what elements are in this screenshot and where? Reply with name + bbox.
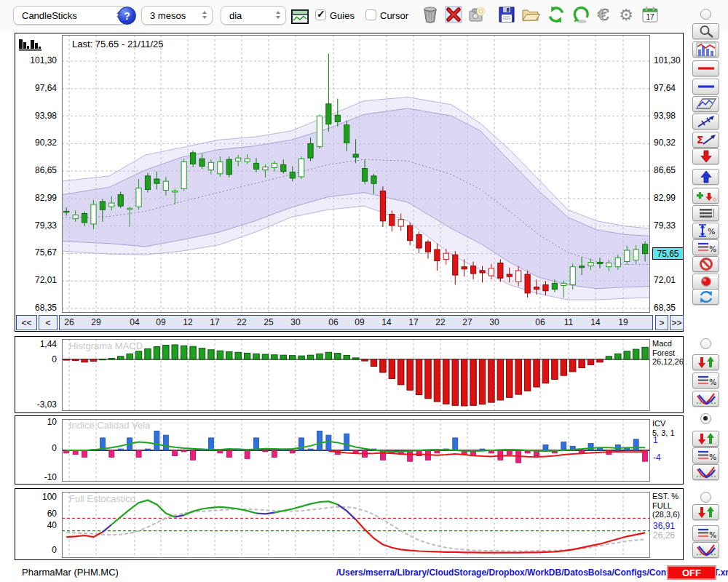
interval-select[interactable]: dia [221, 6, 286, 25]
refresh-button[interactable] [547, 5, 566, 24]
nav-date-label: 04 [127, 317, 143, 327]
macd-lines-percent-button[interactable]: % [692, 372, 719, 388]
nav-date-label: 09 [352, 317, 368, 327]
trend-line-tool-button[interactable] [692, 113, 719, 129]
snapshot-button[interactable] [467, 5, 486, 24]
nav-date-label: 06 [325, 317, 341, 327]
nav-first-button[interactable]: << [16, 315, 37, 330]
save-button[interactable] [497, 5, 516, 24]
indicator-chart-tool-button[interactable] [692, 41, 719, 57]
sidebar-top-radio[interactable] [700, 9, 711, 20]
price-axis-label-right: 68,35 [654, 303, 686, 313]
vertical-range-percent-tool-button[interactable]: % [692, 223, 719, 239]
help-button[interactable]: ? [118, 7, 136, 25]
calendar-button[interactable]: 17 [641, 5, 660, 24]
help-label: ? [124, 10, 130, 22]
price-axis-label-right: 82,99 [654, 193, 686, 203]
forbidden-tool-button[interactable] [692, 256, 719, 272]
stochastic-last-d: 26,26 [653, 530, 675, 541]
lines-percent-tool-button[interactable]: % [692, 239, 719, 255]
nav-date-label: 11 [561, 317, 577, 327]
stochastic-curves-button[interactable] [692, 542, 719, 558]
current-price-badge: 75,65 [652, 247, 684, 260]
macd-arrows-updown-button[interactable] [692, 354, 719, 370]
nav-date-label: 29 [88, 317, 104, 327]
guides-checkbox[interactable] [315, 9, 326, 20]
stoch-axis-label: 40 [16, 520, 57, 530]
macd-axis-label: 1,44 [16, 339, 57, 349]
svg-text:%: % [709, 530, 716, 540]
macd-chart-canvas[interactable] [62, 339, 650, 411]
histogram-icon [19, 38, 45, 54]
nav-next-button[interactable]: > [655, 315, 668, 330]
svg-text:⚙: ⚙ [619, 6, 633, 24]
sigma-trend-tool-button[interactable]: Σ [692, 132, 719, 148]
price-axis-label-right: 93,98 [654, 111, 686, 121]
arrow-down-red-tool-button[interactable] [692, 148, 719, 164]
svg-text:Σ: Σ [697, 134, 704, 146]
icv-arrows-updown-button[interactable] [692, 431, 719, 447]
period-select[interactable]: 3 mesos [141, 6, 213, 25]
off-toggle-button[interactable]: OFF [667, 565, 716, 580]
chevron-updown-icon [202, 11, 207, 19]
zoom-tool-button[interactable] [692, 23, 719, 39]
add-remove-marks-tool-button[interactable] [692, 188, 719, 204]
price-axis-label-left: 75,67 [16, 247, 57, 258]
svg-text:%: % [709, 453, 716, 462]
arrow-up-blue-tool-button[interactable] [692, 169, 719, 185]
horizontal-line-blue-tool-button[interactable] [692, 79, 719, 95]
price-axis-label-left: 72,01 [16, 275, 57, 285]
channel-tool-button[interactable] [692, 96, 719, 112]
nav-date-label: 06 [532, 317, 548, 327]
delete-button[interactable] [444, 5, 463, 24]
grid-rows-tool-button[interactable] [692, 205, 719, 221]
nav-date-label: 30 [288, 317, 304, 327]
nav-date-label: 30 [486, 317, 502, 327]
stochastic-chart-canvas[interactable] [62, 492, 650, 558]
revert-button[interactable] [571, 5, 590, 24]
euro-button[interactable]: € [594, 5, 613, 24]
trash-button[interactable] [421, 5, 440, 24]
price-axis-label-left: 97,64 [16, 83, 57, 93]
nav-date-label: 14 [379, 317, 395, 327]
icv-axis-label: 10 [16, 417, 57, 427]
nav-date-label: 17 [405, 317, 422, 327]
record-tool-button[interactable] [692, 274, 719, 290]
sync-tool-button[interactable] [692, 289, 719, 305]
icv-lines-percent-button[interactable]: % [692, 447, 719, 463]
svg-text:%: % [709, 378, 716, 387]
icv-axis-label: 0 [16, 443, 57, 453]
nav-date-label: 22 [432, 317, 448, 327]
nav-last-button[interactable]: >> [670, 315, 684, 330]
stochastic-arrows-updown-button[interactable] [692, 504, 719, 520]
price-axis-label-left: 93,98 [16, 111, 57, 121]
open-button[interactable] [521, 5, 540, 24]
nav-date-label: 14 [587, 317, 604, 327]
price-chart-canvas[interactable] [62, 35, 650, 313]
nav-date-label: 19 [615, 317, 631, 327]
chart-window-button[interactable] [290, 7, 309, 26]
macd-axis-label: 0 [16, 354, 57, 364]
price-axis-label-left: 79,33 [16, 220, 57, 231]
macd-curves-button[interactable] [692, 391, 719, 407]
icv-select-radio[interactable] [700, 413, 711, 424]
app-window: CandleSticks ? 3 mesos dia Guies Cursor … [0, 0, 728, 582]
chart-type-select[interactable]: CandleSticks [13, 6, 127, 25]
price-axis-label-right: 86,65 [654, 165, 686, 175]
macd-select-radio[interactable] [700, 338, 711, 349]
chevron-updown-icon [276, 11, 280, 19]
nav-prev-button[interactable]: < [39, 315, 58, 330]
stochastic-lines-percent-button[interactable]: % [692, 525, 719, 541]
price-axis-label-right: 72,01 [654, 275, 686, 285]
last-price-label: Last: 75.65 - 21/11/25 [72, 39, 164, 49]
stochastic-last-k: 36,91 [653, 521, 675, 531]
nav-date-label: 25 [261, 317, 277, 327]
stochastic-select-radio[interactable] [700, 492, 711, 503]
horizontal-line-red-tool-button[interactable] [692, 60, 719, 76]
cursor-checkbox[interactable] [365, 9, 376, 20]
nav-date-label: 26 [61, 317, 77, 327]
stoch-axis-label: 100 [16, 492, 57, 502]
nav-date-label: 09 [153, 317, 169, 327]
settings-button[interactable]: ⚙ [617, 5, 636, 24]
icv-curves-button[interactable] [692, 464, 719, 480]
